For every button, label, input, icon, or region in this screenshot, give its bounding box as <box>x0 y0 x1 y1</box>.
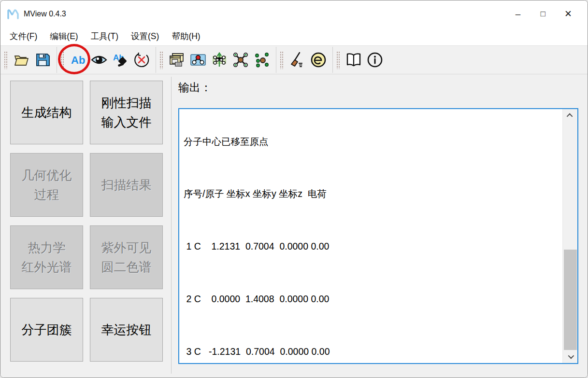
window-title: MView 0.4.3 <box>24 10 66 18</box>
reset-cancel-button[interactable] <box>131 47 152 72</box>
energy-button[interactable] <box>308 47 329 72</box>
book-icon <box>345 52 362 68</box>
toolbar-grip[interactable] <box>159 51 163 69</box>
save-floppy-icon <box>34 52 51 68</box>
atom-scatter-button[interactable] <box>251 47 272 72</box>
menu-edit[interactable]: 编辑(E) <box>43 28 84 45</box>
maximize-button[interactable]: □ <box>531 4 556 24</box>
scroll-down-button[interactable] <box>563 350 578 363</box>
title-bar: MView 0.4.3 – □ ✕ <box>0 0 588 27</box>
menu-tools[interactable]: 工具(T) <box>85 28 125 45</box>
atom-row: 2 C 0.0000 1.4008 0.0000 0.00 <box>184 290 560 308</box>
toolbar-grip[interactable] <box>336 51 340 69</box>
bond-structure-button[interactable] <box>230 47 251 72</box>
chevron-up-icon <box>567 113 573 120</box>
toolbar-grip[interactable] <box>4 51 8 69</box>
output-header: 序号/原子 坐标x 坐标y 坐标z 电荷 <box>184 185 560 202</box>
menu-help[interactable]: 帮助(H) <box>165 28 206 45</box>
sidebar-button-grid: 生成结构 刚性扫描 输入文件 几何优化 过程 扫描结果 热力学 红外光谱 紫外可… <box>10 81 163 362</box>
ab-eraser-icon: Ab <box>112 52 129 68</box>
toolbar-group-tools <box>276 46 332 74</box>
toolbar-group-labels: Ab Ab <box>57 46 156 74</box>
open-folder-icon <box>13 52 29 68</box>
close-button[interactable]: ✕ <box>556 4 581 24</box>
atom-row: 1 C 1.2131 0.7004 0.0000 0.00 <box>184 238 560 255</box>
clean-button[interactable] <box>287 47 308 72</box>
eye-icon <box>91 52 107 68</box>
orient-molecule-icon <box>211 52 228 68</box>
atom-row: 3 C -1.2131 0.7004 0.0000 0.00 <box>184 343 560 360</box>
output-line-clipped: 分子中心已移至原点 <box>184 133 560 150</box>
minimize-button[interactable]: – <box>505 4 531 24</box>
menu-bar: 文件(F) 编辑(E) 工具(T) 设置(S) 帮助(H) <box>0 27 588 45</box>
energy-e-icon <box>310 52 327 68</box>
toolbar-grip[interactable] <box>60 51 64 69</box>
molecule-icon <box>190 52 206 68</box>
app-logo-icon <box>7 9 19 19</box>
menu-file[interactable]: 文件(F) <box>3 28 43 45</box>
about-button[interactable] <box>364 47 386 72</box>
scrollbar-thumb[interactable] <box>564 250 577 350</box>
main-content: 生成结构 刚性扫描 输入文件 几何优化 过程 扫描结果 热力学 红外光谱 紫外可… <box>0 74 588 378</box>
output-scrollbar[interactable] <box>562 109 577 363</box>
view-labels-button[interactable] <box>88 47 110 72</box>
manual-button[interactable] <box>343 47 364 72</box>
show-labels-button[interactable]: Ab <box>67 47 88 72</box>
atom-scatter-icon <box>254 52 270 68</box>
svg-text:Ab: Ab <box>71 54 85 66</box>
menu-settings[interactable]: 设置(S) <box>125 28 165 45</box>
panel-divider <box>171 77 172 374</box>
orient-molecule-button[interactable] <box>209 47 230 72</box>
output-text: 分子中心已移至原点 序号/原子 坐标x 坐标y 坐标z 电荷 1 C 1.213… <box>179 109 560 363</box>
bond-structure-icon <box>232 52 249 68</box>
generate-structure-button[interactable]: 生成结构 <box>10 81 83 144</box>
broom-icon <box>289 52 305 68</box>
circle-x-icon <box>133 52 150 68</box>
chevron-down-icon <box>568 353 574 359</box>
geometry-optimization-button: 几何优化 过程 <box>10 153 83 217</box>
info-icon <box>367 52 383 68</box>
toolbar-group-molecule <box>156 46 276 74</box>
rigid-scan-input-button[interactable]: 刚性扫描 输入文件 <box>90 81 163 144</box>
toolbar-group-file <box>0 46 57 74</box>
output-textarea[interactable]: 分子中心已移至原点 序号/原子 坐标x 坐标y 坐标z 电荷 1 C 1.213… <box>178 108 578 364</box>
molecule-view-button[interactable] <box>187 47 209 72</box>
ab-labels-icon: Ab <box>70 52 86 68</box>
output-label: 输出： <box>178 80 212 95</box>
scan-result-button: 扫描结果 <box>90 153 163 217</box>
thermo-ir-spectrum-button: 热力学 红外光谱 <box>10 225 83 289</box>
uv-cd-spectrum-button: 紫外可见 圆二色谱 <box>90 225 163 289</box>
toolbar-grip[interactable] <box>280 51 284 69</box>
app-window: MView 0.4.3 – □ ✕ 文件(F) 编辑(E) 工具(T) 设置(S… <box>0 0 588 378</box>
toolbar: Ab Ab <box>0 45 588 74</box>
erase-labels-button[interactable]: Ab <box>110 47 131 72</box>
molecular-cluster-button[interactable]: 分子团簇 <box>10 298 83 362</box>
toolbar-group-help <box>333 46 389 74</box>
open-file-button[interactable] <box>11 47 32 72</box>
save-file-button[interactable] <box>32 47 53 72</box>
window-controls: – □ ✕ <box>505 0 581 27</box>
scroll-up-button[interactable] <box>563 109 578 122</box>
windows-panels-icon <box>169 52 185 68</box>
lucky-button[interactable]: 幸运按钮 <box>90 298 163 362</box>
windows-panels-button[interactable] <box>166 47 187 72</box>
